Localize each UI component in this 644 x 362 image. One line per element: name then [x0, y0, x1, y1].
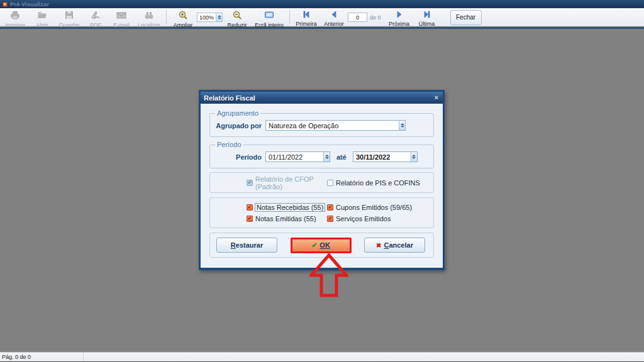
cancelar-button[interactable]: ✖ Cancelar: [364, 238, 425, 253]
guardar-button[interactable]: Guardar: [55, 9, 83, 26]
cancel-x-icon: ✖: [376, 242, 381, 249]
window-titlebar: Pré-Visualizar: [0, 0, 644, 8]
document-types-panel: ✔ Notas Recebidas (55) ✔ Cupons Emitidos…: [209, 197, 434, 228]
relatorio-fiscal-dialog: Relatório Fiscal × Agrupamento Agrupado …: [199, 90, 445, 270]
cfop-checkbox-row: ✔ Relatório de CFOP (Padrão): [247, 178, 327, 187]
statusbar-page-cell: Pág. 0 de 0: [0, 353, 84, 361]
pdf-button[interactable]: PDF: [83, 9, 108, 26]
previous-page-icon: [330, 10, 338, 20]
servicos-emitidos-label: Serviços Emitidos: [336, 215, 391, 222]
agrupamento-group: Agrupamento Agrupado por: [209, 109, 434, 137]
localizar-button[interactable]: Localizar: [135, 9, 164, 26]
ecra-inteiro-button[interactable]: Ecrã inteiro: [252, 9, 287, 26]
reduzir-button[interactable]: Reduzir: [223, 9, 252, 26]
periodo-label: Período: [214, 153, 262, 161]
first-page-icon: [302, 10, 311, 20]
toolbar-label: Anterior: [324, 21, 344, 27]
zoom-out-icon: [232, 10, 242, 21]
anterior-button[interactable]: Anterior: [320, 9, 348, 26]
notas-emitidas-label: Notas Emitidas (55): [255, 215, 316, 222]
imprimir-button[interactable]: Imprimir: [1, 9, 29, 26]
date-to-control: [353, 151, 418, 162]
toolbar-bottom-edge: [0, 27, 644, 29]
notas-emitidas-checkbox-checked[interactable]: ✔: [247, 216, 253, 222]
proxima-button[interactable]: Próxima: [385, 9, 414, 26]
dialog-titlebar[interactable]: Relatório Fiscal ×: [201, 92, 443, 104]
periodo-legend: Período: [215, 141, 243, 148]
ampliar-button[interactable]: Ampliar: [169, 9, 197, 26]
notas-recebidas-row[interactable]: ✔ Notas Recebidas (55): [247, 203, 327, 211]
notas-recebidas-checkbox-checked[interactable]: ✔: [247, 204, 253, 211]
abrir-button[interactable]: Abrir: [29, 9, 55, 26]
zoom-level-input[interactable]: [197, 13, 216, 21]
date-from-control: [265, 151, 330, 162]
agrupado-por-label: Agrupado por: [214, 122, 262, 129]
app-window: Pré-Visualizar Imprimir Abrir Guardar: [0, 0, 644, 362]
combo-stepper[interactable]: [399, 121, 405, 130]
date-from-input[interactable]: [266, 152, 323, 162]
statusbar-page-info: Pág. 0 de 0: [2, 354, 31, 360]
toolbar-label: Última: [419, 21, 435, 27]
email-icon: [116, 10, 126, 21]
dialog-close-icon[interactable]: ×: [433, 94, 440, 101]
notas-recebidas-label: Notas Recebidas (55): [255, 204, 325, 211]
cupons-emitidos-checkbox-checked[interactable]: ✔: [327, 204, 333, 211]
date-from-stepper[interactable]: [323, 152, 330, 162]
statusbar: Pág. 0 de 0: [0, 352, 644, 362]
page-number-input[interactable]: [348, 13, 367, 21]
agrupado-por-combo: [265, 120, 406, 131]
app-icon: [3, 2, 8, 7]
fechar-button[interactable]: Fechar: [450, 10, 482, 25]
cupons-emitidos-row[interactable]: ✔ Cupons Emitidos (59/65): [327, 203, 412, 211]
zoom-in-icon: [178, 10, 188, 21]
pis-checkbox-row[interactable]: Relatório de PIS e COFINS: [327, 178, 420, 187]
toolbar-label: Próxima: [389, 21, 409, 27]
ok-check-icon: ✔: [311, 241, 317, 250]
binoculars-icon: [144, 10, 154, 21]
dialog-title: Relatório Fiscal: [204, 94, 255, 102]
toolbar-label: Primeira: [296, 21, 317, 27]
pdf-icon: [91, 10, 101, 21]
zoom-level-control: [197, 13, 223, 22]
save-icon: [64, 10, 74, 21]
pis-label: Relatório de PIS e COFINS: [336, 179, 420, 187]
report-type-panel: ✔ Relatório de CFOP (Padrão) Relatório d…: [209, 172, 434, 193]
ate-label: até: [336, 153, 347, 161]
date-to-stepper[interactable]: [411, 152, 417, 162]
cupons-emitidos-label: Cupons Emitidos (59/65): [336, 204, 412, 211]
servicos-emitidos-checkbox-checked[interactable]: ✔: [327, 216, 333, 222]
next-page-icon: [395, 10, 404, 20]
servicos-emitidos-row[interactable]: ✔ Serviços Emitidos: [327, 214, 391, 222]
last-page-icon: [423, 10, 431, 20]
window-title: Pré-Visualizar: [10, 1, 49, 8]
cfop-label: Relatório de CFOP (Padrão): [255, 175, 327, 190]
periodo-group: Período Período até: [209, 141, 434, 168]
fullscreen-icon: [264, 10, 274, 21]
date-to-input[interactable]: [353, 152, 411, 162]
ultima-button[interactable]: Última: [414, 9, 440, 26]
main-toolbar: Imprimir Abrir Guardar PDF E-mail: [0, 8, 644, 26]
folder-open-icon: [37, 10, 47, 21]
agrupado-por-input[interactable]: [266, 121, 399, 130]
annotation-arrow-up-icon: [309, 253, 348, 300]
primeira-button[interactable]: Primeira: [292, 9, 320, 26]
ok-button[interactable]: ✔ OK: [291, 238, 352, 253]
agrupamento-legend: Agrupamento: [215, 109, 260, 117]
restaurar-button[interactable]: Restaurar: [216, 238, 277, 253]
printer-icon: [10, 10, 20, 21]
ok-label: OK: [319, 241, 330, 249]
dialog-body: Agrupamento Agrupado por Período Período: [201, 104, 443, 258]
email-button[interactable]: E-mail: [108, 9, 135, 26]
notas-emitidas-row[interactable]: ✔ Notas Emitidas (55): [247, 214, 327, 222]
cfop-checkbox-checked-disabled: ✔: [247, 180, 253, 186]
toolbar-separator: [289, 10, 290, 25]
zoom-stepper[interactable]: [216, 13, 222, 21]
toolbar-separator: [166, 10, 167, 25]
page-total-label: de 0: [370, 14, 381, 21]
page-number-control: [348, 13, 367, 22]
pis-checkbox-unchecked[interactable]: [327, 180, 333, 186]
